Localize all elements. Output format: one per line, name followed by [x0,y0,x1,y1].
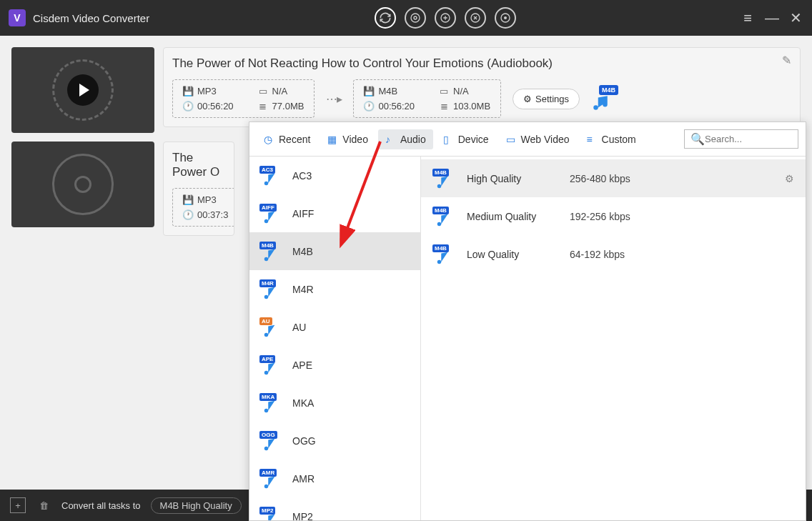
wave-icon: ♪ [385,134,397,145]
quality-list[interactable]: M4BHigh Quality256-480 kbps⚙M4BMedium Qu… [421,157,806,520]
arrow-icon: ⋯▸ [326,92,342,106]
tab-webvideo[interactable]: ▭Web Video [499,129,577,149]
task-row: The Power of Not Reacting How to Control… [11,47,801,133]
task-title: The Power O [172,151,225,179]
task-card: The Power O 💾MP3 🕐00:37:3 [163,142,234,236]
minimize-button[interactable]: — [765,10,779,26]
convert-icon[interactable] [375,7,396,29]
format-item-m4b[interactable]: M4BM4B [249,232,420,270]
format-item-ac3[interactable]: AC3AC3 [249,157,420,194]
menu-icon[interactable]: ≡ [741,10,755,26]
tab-custom[interactable]: ≡Custom [580,129,643,149]
format-item-au[interactable]: AUAU [249,308,420,346]
tab-audio[interactable]: ♪Audio [378,129,433,149]
quality-item[interactable]: M4BHigh Quality256-480 kbps⚙ [421,159,806,197]
save-icon: 💾 [183,195,193,205]
add-task-button[interactable]: + [10,497,26,513]
web-icon: ▭ [506,134,518,145]
format-item-mka[interactable]: MKAMKA [249,384,420,422]
format-item-ogg[interactable]: OGGOGG [249,422,420,460]
svg-point-5 [504,17,506,19]
clock-icon: 🕐 [364,101,374,111]
size-icon: ≣ [439,101,449,111]
tab-video[interactable]: ▦Video [320,129,375,149]
gear-icon[interactable]: ⚙ [785,173,794,184]
format-badge[interactable]: M4B [591,85,618,112]
svg-point-0 [411,14,420,22]
clock-icon: 🕐 [183,101,193,111]
task-card: The Power of Not Reacting How to Control… [163,47,801,127]
tab-recent[interactable]: ◷Recent [257,129,317,149]
sliders-icon: ≡ [587,134,598,145]
popup-tabs: ◷Recent ▦Video ♪Audio ▯Device ▭Web Video… [249,122,806,157]
format-popup: ◷Recent ▦Video ♪Audio ▯Device ▭Web Video… [249,121,806,521]
format-item-aiff[interactable]: AIFFAIFF [249,194,420,232]
res-icon: ▭ [258,86,268,96]
phone-icon: ▯ [443,134,455,145]
search-icon: 🔍 [690,132,705,146]
edit-icon[interactable] [465,7,486,29]
thumbnail[interactable] [11,47,154,133]
input-box: 💾MP3 ▭N/A 🕐00:56:20 ≣77.0MB [172,79,315,118]
edit-title-icon[interactable]: ✎ [782,54,791,67]
history-icon: ◷ [264,134,275,145]
download-icon[interactable] [435,7,456,29]
settings-button[interactable]: ⚙Settings [513,89,580,109]
save-icon: 💾 [364,86,374,96]
tab-device[interactable]: ▯Device [436,129,496,149]
format-item-ape[interactable]: APEAPE [249,346,420,384]
save-icon: 💾 [183,86,193,96]
format-item-m4r[interactable]: M4RM4R [249,270,420,308]
quality-item[interactable]: M4BLow Quality64-192 kbps [421,235,806,273]
mode-icons [375,7,516,29]
gear-icon: ⚙ [523,94,532,104]
svg-point-1 [414,16,417,19]
search-input[interactable] [705,134,791,144]
input-box: 💾MP3 🕐00:37:3 [172,188,234,227]
thumbnail[interactable] [11,142,154,227]
app-title: Cisdem Video Converter [33,12,149,24]
film-icon: ▦ [327,134,339,145]
size-icon: ≣ [258,101,268,111]
format-item-mp2[interactable]: MP2MP2 [249,497,420,520]
app-logo: V [9,9,26,26]
convert-all-label: Convert all tasks to [61,500,141,511]
output-box[interactable]: 💾M4B ▭N/A 🕐00:56:20 ≣103.0MB [353,79,501,118]
target-format-selector[interactable]: M4B High Quality [151,497,242,514]
delete-task-button[interactable]: 🗑 [36,497,51,513]
titlebar: V Cisdem Video Converter ≡ — ✕ [0,0,812,36]
res-icon: ▭ [439,86,449,96]
rip-icon[interactable] [405,7,426,29]
task-title: The Power of Not Reacting How to Control… [172,56,791,71]
format-item-amr[interactable]: AMRAMR [249,460,420,497]
format-list[interactable]: AC3AC3AIFFAIFFM4BM4BM4RM4RAUAUAPEAPEMKAM… [249,157,421,520]
search-box[interactable]: 🔍 [684,129,798,149]
close-button[interactable]: ✕ [789,9,803,26]
burn-icon[interactable] [495,7,516,29]
clock-icon: 🕐 [183,210,193,220]
quality-item[interactable]: M4BMedium Quality192-256 kbps [421,197,806,235]
